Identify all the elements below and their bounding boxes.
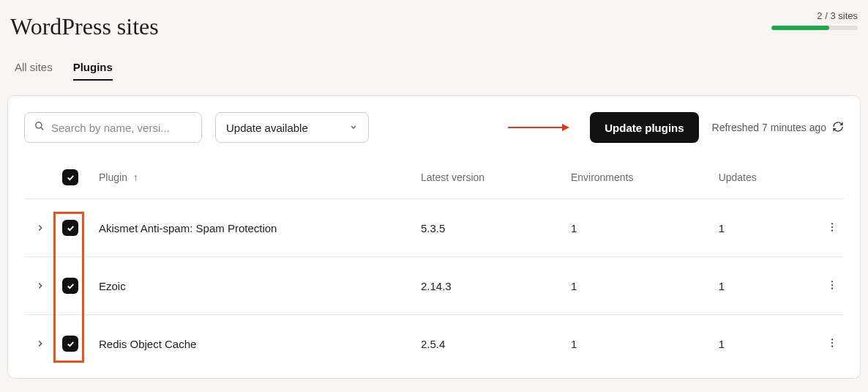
svg-marker-3 (562, 124, 569, 131)
svg-point-11 (831, 341, 833, 343)
environments-count: 1 (565, 315, 713, 373)
refreshed-label: Refreshed 7 minutes ago (712, 122, 826, 133)
progress-bar (771, 26, 858, 30)
svg-point-7 (831, 281, 833, 282)
refreshed-status: Refreshed 7 minutes ago (712, 121, 844, 135)
updates-count: 1 (713, 257, 812, 315)
svg-point-12 (831, 345, 833, 347)
page-title: WordPress sites (10, 13, 159, 40)
row-checkbox[interactable] (62, 336, 78, 352)
svg-point-4 (831, 223, 833, 224)
expand-toggle[interactable] (30, 223, 50, 233)
tabs: All sites Plugins (0, 40, 868, 81)
progress-label: 2 / 3 sites (817, 10, 858, 21)
search-icon (34, 121, 45, 134)
column-header-environments[interactable]: Environments (565, 160, 713, 199)
chevron-down-icon (349, 122, 358, 134)
row-actions-menu[interactable] (826, 221, 838, 233)
row-checkbox[interactable] (62, 220, 78, 236)
toolbar: Update available Update plugins Refreshe… (24, 112, 844, 143)
svg-point-8 (831, 284, 833, 285)
row-checkbox[interactable] (62, 278, 78, 294)
filter-value: Update available (226, 122, 308, 134)
annotation-arrow (508, 122, 569, 133)
column-plugin-label: Plugin (99, 171, 127, 183)
row-actions-menu[interactable] (826, 337, 838, 349)
tab-all-sites[interactable]: All sites (15, 61, 53, 81)
latest-version: 2.5.4 (415, 315, 565, 373)
environments-count: 1 (565, 199, 713, 257)
tab-plugins[interactable]: Plugins (73, 61, 113, 81)
environments-count: 1 (565, 257, 713, 315)
column-header-updates[interactable]: Updates (713, 160, 812, 199)
table-row: Akismet Anti-spam: Spam Protection 5.3.5… (24, 199, 844, 257)
latest-version: 2.14.3 (415, 257, 565, 315)
progress-indicator: 2 / 3 sites (771, 10, 858, 30)
expand-toggle[interactable] (30, 339, 50, 349)
search-input[interactable] (24, 112, 202, 143)
plugins-panel: Update available Update plugins Refreshe… (7, 95, 861, 379)
plugin-name: Akismet Anti-spam: Spam Protection (93, 199, 415, 257)
table-row: Ezoic 2.14.3 1 1 (24, 257, 844, 315)
svg-point-10 (831, 339, 833, 340)
refresh-icon[interactable] (832, 121, 844, 135)
sort-asc-icon: ↑ (133, 171, 138, 183)
search-wrap (24, 112, 202, 143)
update-plugins-button[interactable]: Update plugins (590, 112, 698, 143)
progress-fill (771, 26, 829, 30)
expand-toggle[interactable] (30, 281, 50, 291)
updates-count: 1 (713, 199, 812, 257)
row-actions-menu[interactable] (826, 279, 838, 291)
plugin-name: Ezoic (93, 257, 415, 315)
svg-point-0 (36, 122, 42, 128)
svg-line-1 (41, 127, 44, 130)
updates-count: 1 (713, 315, 812, 373)
column-header-plugin[interactable]: Plugin ↑ (93, 160, 415, 199)
plugin-name: Redis Object Cache (93, 315, 415, 373)
latest-version: 5.3.5 (415, 199, 565, 257)
svg-point-5 (831, 226, 833, 227)
table-row: Redis Object Cache 2.5.4 1 1 (24, 315, 844, 373)
svg-point-9 (831, 287, 833, 289)
plugins-table: Plugin ↑ Latest version Environments Upd… (24, 160, 844, 372)
select-all-checkbox[interactable] (62, 169, 78, 185)
filter-select[interactable]: Update available (215, 112, 369, 143)
column-header-latest[interactable]: Latest version (415, 160, 565, 199)
svg-point-6 (831, 229, 833, 231)
